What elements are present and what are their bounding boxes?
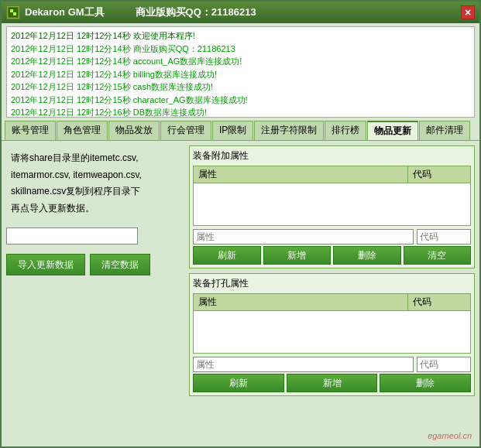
close-button[interactable]: × xyxy=(461,5,475,19)
equip-add-col-code: 代码 xyxy=(408,166,470,183)
tab-itemupdate[interactable]: 物品更新 xyxy=(367,121,418,140)
equip-add-section: 装备附加属性 属性 代码 刷新 新增 删除 清空 xyxy=(189,145,475,268)
log-line-6: 2012年12月12日 12时12分15秒 character_AG数据库连接成… xyxy=(11,94,470,107)
equip-add-input-row xyxy=(193,229,471,245)
equip-add-title: 装备附加属性 xyxy=(193,149,471,162)
equip-hole-title: 装备打孔属性 xyxy=(193,277,471,290)
input-row xyxy=(6,227,184,245)
log-line-4: 2012年12月12日 12时12分14秒 billing数据库连接成功! xyxy=(11,68,470,81)
svg-rect-2 xyxy=(13,12,16,15)
equip-add-refresh-btn[interactable]: 刷新 xyxy=(193,246,261,265)
equip-hole-refresh-btn[interactable]: 刷新 xyxy=(193,374,284,392)
tab-guild[interactable]: 行会管理 xyxy=(160,121,211,140)
equip-hole-code-input[interactable] xyxy=(417,357,471,372)
left-panel: 请将share目录里的itemetc.csv, itemarmor.csv, i… xyxy=(6,145,184,442)
log-line-2: 2012年12月12日 12时12分14秒 商业版购买QQ：21186213 xyxy=(11,43,470,56)
equip-add-table-header: 属性 代码 xyxy=(193,166,471,183)
instructions-text: 请将share目录里的itemetc.csv, itemarmor.csv, i… xyxy=(6,145,184,221)
equip-add-attr-input[interactable] xyxy=(193,229,414,245)
equip-hole-attr-input[interactable] xyxy=(193,357,414,372)
title-buttons: × xyxy=(459,5,475,19)
equip-hole-add-btn[interactable]: 新增 xyxy=(287,374,378,392)
equip-hole-col-code: 代码 xyxy=(408,294,470,310)
equip-add-clear-btn[interactable]: 清空 xyxy=(404,246,472,265)
app-title: Dekaron GM工具 xyxy=(25,5,105,19)
app-subtitle: 商业版购买QQ：21186213 xyxy=(136,5,256,19)
main-window: Dekaron GM工具 商业版购买QQ：21186213 × 2012年12月… xyxy=(0,0,481,448)
import-btn[interactable]: 导入更新数据 xyxy=(6,254,85,275)
equip-add-btn-row: 刷新 新增 删除 清空 xyxy=(193,246,471,265)
clear-data-btn[interactable]: 清空数据 xyxy=(90,254,150,275)
title-bar: Dekaron GM工具 商业版购买QQ：21186213 × xyxy=(2,2,479,23)
tab-reg[interactable]: 注册字符限制 xyxy=(254,121,324,140)
equip-hole-btn-row: 刷新 新增 删除 xyxy=(193,374,471,392)
equip-hole-table-body xyxy=(193,311,471,354)
tab-item[interactable]: 物品发放 xyxy=(108,121,160,140)
tab-account[interactable]: 账号管理 xyxy=(5,121,56,140)
equip-add-col-attr: 属性 xyxy=(194,166,408,183)
log-line-7: 2012年12月12日 12时12分16秒 DB数据库连接成功! xyxy=(11,106,470,118)
equip-hole-delete-btn[interactable]: 删除 xyxy=(380,374,471,392)
right-panel: 装备附加属性 属性 代码 刷新 新增 删除 清空 xyxy=(189,145,475,442)
main-content: 请将share目录里的itemetc.csv, itemarmor.csv, i… xyxy=(2,141,479,446)
equip-hole-table-header: 属性 代码 xyxy=(193,293,471,311)
equip-add-code-input[interactable] xyxy=(417,229,471,245)
log-line-5: 2012年12月12日 12时12分15秒 cash数据库连接成功! xyxy=(11,80,470,94)
log-line-3: 2012年12月12日 12时12分14秒 account_AG数据库连接成功! xyxy=(11,55,470,68)
watermark: egameol.cn xyxy=(428,431,472,440)
app-icon xyxy=(6,5,20,19)
equip-add-add-btn[interactable]: 新增 xyxy=(263,246,332,265)
equip-add-delete-btn[interactable]: 删除 xyxy=(333,246,401,265)
tab-mail[interactable]: 邮件清理 xyxy=(419,121,470,140)
svg-rect-1 xyxy=(10,9,13,12)
equip-add-table-body xyxy=(193,183,471,226)
log-line-1: 2012年12月12日 12时12分14秒 欢迎使用本程序! xyxy=(11,29,470,43)
equip-hole-section: 装备打孔属性 属性 代码 刷新 新增 删除 xyxy=(189,273,475,396)
equip-hole-input-row xyxy=(193,357,471,372)
title-area: Dekaron GM工具 商业版购买QQ：21186213 xyxy=(25,5,459,19)
log-area: 2012年12月12日 12时12分14秒 欢迎使用本程序! 2012年12月1… xyxy=(6,26,475,118)
data-input[interactable] xyxy=(6,227,138,245)
tab-bar: 账号管理 角色管理 物品发放 行会管理 IP限制 注册字符限制 排行榜 物品更新… xyxy=(2,119,479,141)
equip-hole-col-attr: 属性 xyxy=(194,294,408,310)
left-btn-row: 导入更新数据 清空数据 xyxy=(6,254,184,275)
tab-role[interactable]: 角色管理 xyxy=(57,121,108,140)
tab-rank[interactable]: 排行榜 xyxy=(325,121,366,140)
tab-ip[interactable]: IP限制 xyxy=(212,121,253,140)
